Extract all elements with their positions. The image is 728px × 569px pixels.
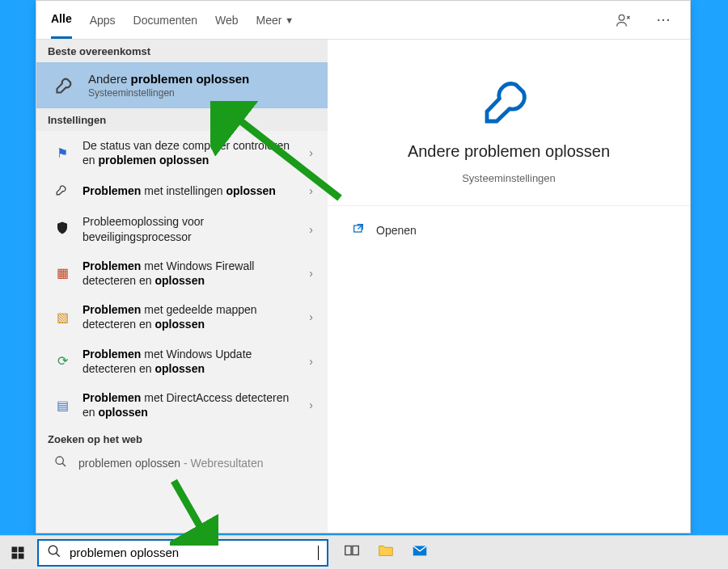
taskbar-search[interactable] xyxy=(37,539,328,567)
more-options-icon[interactable]: ··· xyxy=(653,9,675,32)
section-best-match: Beste overeenkomst xyxy=(36,40,328,62)
search-input[interactable] xyxy=(70,546,310,559)
svg-rect-6 xyxy=(12,553,18,558)
svg-point-1 xyxy=(56,457,63,464)
result-directaccess[interactable]: ▤ Problemen met DirectAccess detecteren … xyxy=(36,383,328,427)
wrench-icon xyxy=(54,182,70,200)
firewall-icon: ▦ xyxy=(54,265,70,280)
update-icon: ⟳ xyxy=(54,353,70,369)
result-firewall[interactable]: ▦ Problemen met Windows Firewall detecte… xyxy=(36,251,328,295)
chevron-right-icon: › xyxy=(309,146,313,159)
chevron-down-icon: ▼ xyxy=(285,15,294,25)
tab-all[interactable]: Alle xyxy=(51,1,72,39)
svg-rect-10 xyxy=(345,546,351,555)
svg-point-8 xyxy=(49,546,57,554)
feedback-icon[interactable] xyxy=(612,9,635,32)
section-settings: Instellingen xyxy=(36,108,328,131)
flag-icon: ⚑ xyxy=(54,145,70,161)
svg-rect-7 xyxy=(19,553,24,558)
wrench-icon xyxy=(480,70,538,131)
tab-web[interactable]: Web xyxy=(215,1,239,39)
preview-pane: Andere problemen oplossen Systeeminstell… xyxy=(328,40,690,533)
svg-line-2 xyxy=(62,463,66,466)
tab-documents[interactable]: Documenten xyxy=(133,1,197,39)
settings-results-list: ⚑ De status van deze computer controlere… xyxy=(36,131,328,533)
web-result[interactable]: problemen oplossen - Webresultaten xyxy=(36,449,328,477)
results-column: Beste overeenkomst Andere problemen oplo… xyxy=(36,40,328,533)
svg-rect-5 xyxy=(19,546,24,552)
wrench-icon xyxy=(54,73,77,98)
section-web: Zoeken op het web xyxy=(36,427,328,449)
chevron-right-icon: › xyxy=(309,355,313,368)
taskbar-pinned xyxy=(343,542,429,563)
svg-point-0 xyxy=(619,15,624,20)
open-label: Openen xyxy=(376,224,417,237)
chevron-right-icon: › xyxy=(309,184,313,197)
search-icon xyxy=(54,455,67,470)
result-shared-folders[interactable]: ▧ Problemen met gedeelde mappen detecter… xyxy=(36,295,328,339)
search-panel: Alle Apps Documenten Web Meer ▼ ··· Best… xyxy=(36,0,691,533)
tab-apps[interactable]: Apps xyxy=(90,1,116,39)
open-icon xyxy=(352,222,365,238)
mail-icon[interactable] xyxy=(411,542,429,563)
chevron-right-icon: › xyxy=(309,398,313,411)
result-windows-update[interactable]: ⟳ Problemen met Windows Update detectere… xyxy=(36,339,328,383)
best-match-title: Andere problemen oplossen xyxy=(88,72,249,86)
preview-title: Andere problemen oplossen xyxy=(408,142,610,161)
best-match-subtitle: Systeeminstellingen xyxy=(88,87,249,99)
tab-more[interactable]: Meer ▼ xyxy=(256,1,294,39)
task-view-icon[interactable] xyxy=(343,542,361,563)
result-security-processor[interactable]: Probleemoplossing voor beveiligingsproce… xyxy=(36,207,328,251)
preview-subtitle: Systeeminstellingen xyxy=(462,172,556,184)
chevron-right-icon: › xyxy=(309,310,313,323)
text-caret xyxy=(318,546,319,560)
result-status-check[interactable]: ⚑ De status van deze computer controlere… xyxy=(36,131,328,175)
network-icon: ▤ xyxy=(54,398,70,413)
svg-rect-11 xyxy=(353,546,358,555)
filter-tabs: Alle Apps Documenten Web Meer ▼ ··· xyxy=(36,1,690,40)
shield-icon xyxy=(54,221,70,238)
result-settings-troubleshoot[interactable]: Problemen met instellingen oplossen › xyxy=(36,175,328,207)
svg-line-9 xyxy=(56,553,60,557)
chevron-right-icon: › xyxy=(309,223,313,236)
open-action[interactable]: Openen xyxy=(349,217,669,242)
search-icon xyxy=(47,544,61,561)
best-match-result[interactable]: Andere problemen oplossen Systeeminstell… xyxy=(36,62,328,108)
file-explorer-icon[interactable] xyxy=(377,542,395,563)
folder-share-icon: ▧ xyxy=(54,310,70,325)
start-button[interactable] xyxy=(0,536,36,569)
chevron-right-icon: › xyxy=(309,267,313,280)
taskbar xyxy=(0,535,728,569)
svg-rect-4 xyxy=(12,546,18,552)
